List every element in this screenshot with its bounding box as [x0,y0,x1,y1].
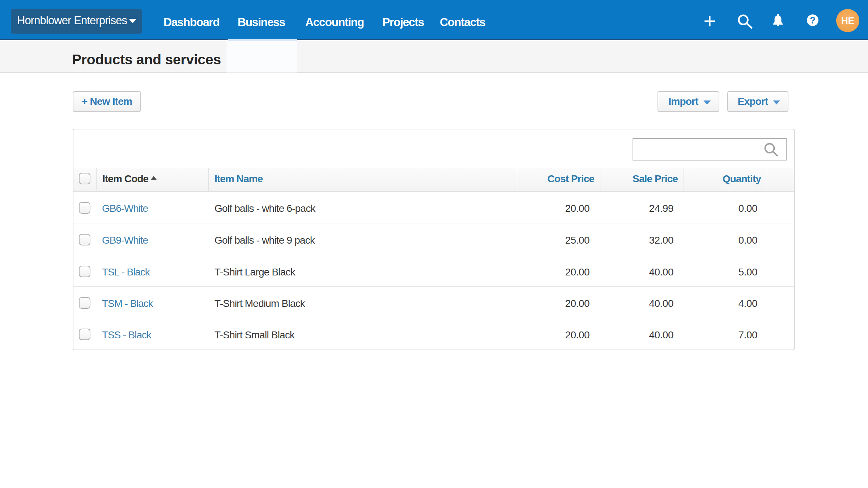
svg-text:?: ? [810,15,816,26]
